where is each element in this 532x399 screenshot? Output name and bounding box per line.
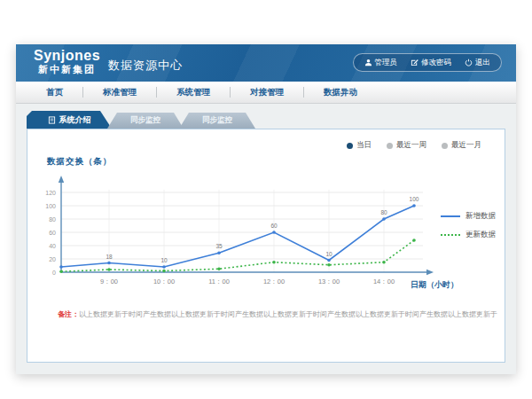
legend-new-data[interactable]: 新增数据	[441, 211, 496, 222]
dotted-line-icon	[441, 234, 460, 236]
legend-update-data[interactable]: 更新数据	[441, 230, 496, 240]
filter-last-week-label: 最近一周	[396, 140, 426, 151]
series-legend: 新增数据 更新数据	[441, 211, 496, 248]
tab-sync-monitor-2-label: 同步监控	[202, 115, 232, 126]
legend-update-data-label: 更新数据	[466, 230, 496, 240]
logout-label: 退出	[475, 58, 490, 68]
svg-text:120: 120	[45, 190, 56, 196]
filter-today[interactable]: 当日	[347, 140, 372, 151]
tab-bar: 系统介绍 同步监控 同步监控	[27, 111, 255, 129]
admin-user-label: 管理员	[375, 58, 398, 68]
time-range-filters: 当日 最近一周 最近一月	[347, 140, 481, 151]
svg-text:0: 0	[52, 270, 56, 276]
svg-text:100: 100	[45, 203, 56, 209]
brand-logo-cn: 新中新集团	[34, 64, 100, 74]
line-chart: 0204060801001209：0010：0011：0012：0013：001…	[35, 170, 460, 303]
svg-text:60: 60	[270, 223, 278, 229]
filter-today-label: 当日	[356, 140, 372, 151]
svg-text:20: 20	[49, 256, 56, 262]
user-icon	[364, 59, 372, 66]
svg-text:40: 40	[49, 243, 56, 249]
main-nav: 首页 标准管理 系统管理 对接管理 数据异动	[16, 82, 516, 104]
footnote-prefix: 备注：	[58, 310, 79, 318]
svg-text:日期（小时）: 日期（小时）	[411, 280, 458, 289]
svg-text:9：00: 9：00	[100, 278, 118, 286]
nav-item-data-change[interactable]: 数据异动	[304, 87, 377, 98]
power-icon	[465, 59, 473, 66]
tab-system-intro[interactable]: 系统介绍	[27, 111, 112, 129]
nav-item-interface-mgmt[interactable]: 对接管理	[231, 87, 303, 98]
tab-sync-monitor-1-label: 同步监控	[130, 115, 160, 126]
svg-text:100: 100	[410, 196, 419, 202]
filter-last-month[interactable]: 最近一月	[442, 140, 481, 151]
chart-panel: 当日 最近一周 最近一月 数据交换（条） 0204060801001209：00…	[27, 129, 505, 363]
user-menu: 管理员 修改密码 退出	[353, 53, 503, 72]
svg-text:10：00: 10：00	[153, 278, 175, 286]
nav-item-standard-mgmt[interactable]: 标准管理	[83, 87, 156, 98]
change-password-label: 修改密码	[421, 58, 451, 68]
edit-icon	[411, 59, 419, 66]
radio-icon	[442, 143, 448, 149]
tab-sync-monitor-2[interactable]: 同步监控	[179, 113, 255, 129]
admin-user-button[interactable]: 管理员	[364, 58, 398, 68]
svg-text:35: 35	[215, 243, 223, 249]
svg-text:12：00: 12：00	[263, 278, 285, 286]
tab-system-intro-label: 系统介绍	[59, 114, 91, 126]
legend-new-data-label: 新增数据	[466, 211, 496, 222]
svg-text:14：00: 14：00	[373, 278, 395, 286]
page-title: 数据资源中心	[108, 58, 183, 74]
nav-item-home[interactable]: 首页	[27, 87, 82, 98]
svg-text:80: 80	[380, 209, 387, 215]
tab-sync-monitor-1[interactable]: 同步监控	[107, 113, 184, 129]
svg-text:10: 10	[325, 251, 332, 257]
radio-selected-icon	[347, 143, 353, 149]
footnote: 备注：以上数据更新于时间产生数据以上数据更新于时间产生数据以上数据更新于时间产生…	[58, 309, 497, 319]
nav-item-system-mgmt[interactable]: 系统管理	[157, 87, 230, 98]
logout-button[interactable]: 退出	[465, 58, 490, 68]
solid-line-icon	[441, 215, 460, 217]
svg-text:80: 80	[49, 216, 56, 223]
svg-text:11：00: 11：00	[208, 278, 230, 286]
svg-text:60: 60	[49, 230, 56, 236]
svg-text:13：00: 13：00	[318, 278, 340, 286]
svg-text:10: 10	[160, 257, 168, 263]
svg-text:18: 18	[106, 254, 113, 260]
brand-logo-en: Synjones	[34, 48, 100, 64]
filter-last-month-label: 最近一月	[451, 140, 481, 151]
radio-icon	[387, 143, 393, 149]
footnote-text: 以上数据更新于时间产生数据以上数据更新于时间产生数据以上数据更新于时间产生数据以…	[79, 310, 497, 318]
brand-logo[interactable]: Synjones 新中新集团	[34, 48, 100, 74]
y-axis-title: 数据交换（条）	[47, 156, 113, 168]
top-header: Synjones 新中新集团 数据资源中心 管理员 修改密码 退出	[16, 44, 516, 82]
change-password-button[interactable]: 修改密码	[411, 58, 451, 68]
document-icon	[48, 116, 56, 124]
app-window: Synjones 新中新集团 数据资源中心 管理员 修改密码 退出 首页 标准管…	[16, 44, 516, 374]
filter-last-week[interactable]: 最近一周	[387, 140, 426, 151]
